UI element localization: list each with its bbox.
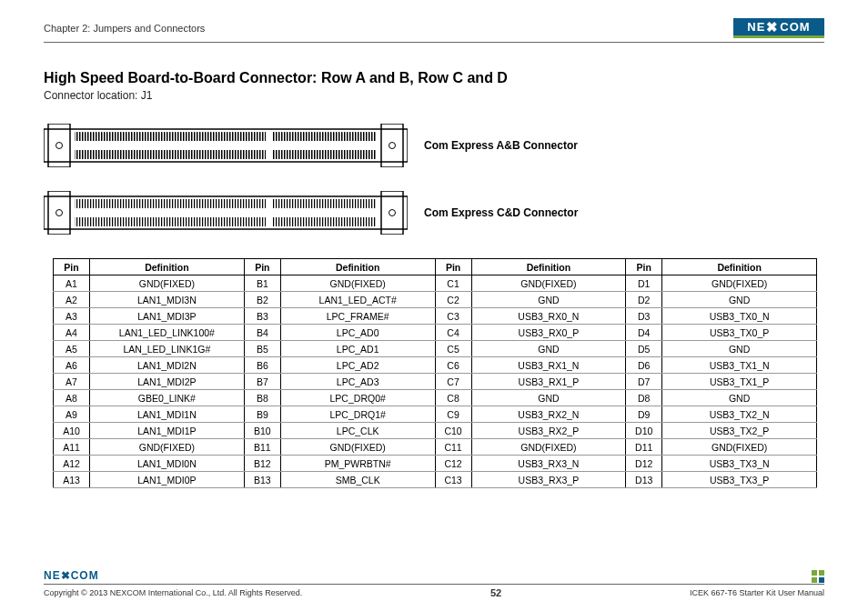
pin-cell: C7 <box>435 374 471 390</box>
col-pin-c: Pin <box>435 259 471 275</box>
pin-cell: B6 <box>244 357 280 374</box>
pin-cell: D12 <box>626 456 662 472</box>
col-pin-a: Pin <box>54 259 90 275</box>
definition-cell: GND(FIXED) <box>662 439 817 456</box>
pin-cell: D4 <box>626 325 662 341</box>
manual-title: ICEK 667-T6 Starter Kit User Manual <box>690 588 824 597</box>
table-header-row: Pin Definition Pin Definition Pin Defini… <box>54 259 817 275</box>
definition-cell: LAN1_MDI0P <box>89 472 244 488</box>
definition-cell: USB3_TX3_N <box>662 456 817 472</box>
pin-cell: C4 <box>435 325 471 341</box>
pin-cell: B2 <box>244 292 280 308</box>
pin-cell: D11 <box>626 439 662 456</box>
pin-cell: D7 <box>626 374 662 390</box>
table-row: A1GND(FIXED)B1GND(FIXED)C1GND(FIXED)D1GN… <box>54 275 817 292</box>
definition-cell: USB3_RX1_P <box>471 374 626 390</box>
connector-ab-label: Com Express A&B Connector <box>424 139 578 152</box>
definition-cell: LPC_FRAME# <box>280 308 435 325</box>
col-pin-b: Pin <box>244 259 280 275</box>
pin-cell: C8 <box>435 390 471 406</box>
definition-cell: USB3_RX2_P <box>471 423 626 439</box>
definition-cell: GND <box>471 341 626 357</box>
pin-cell: B10 <box>244 423 280 439</box>
pin-cell: D3 <box>626 308 662 325</box>
definition-cell: USB3_TX0_N <box>662 308 817 325</box>
definition-cell: LPC_AD1 <box>280 341 435 357</box>
definition-cell: LPC_CLK <box>280 423 435 439</box>
nexcom-logo-bottom: NE✖COM <box>44 568 116 583</box>
definition-cell: LPC_AD3 <box>280 374 435 390</box>
pin-cell: C3 <box>435 308 471 325</box>
pin-cell: A10 <box>54 423 90 439</box>
table-row: A12LAN1_MDI0NB12PM_PWRBTN#C12USB3_RX3_ND… <box>54 456 817 472</box>
pin-cell: B3 <box>244 308 280 325</box>
definition-cell: LAN_LED_LINK1G# <box>89 341 244 357</box>
definition-cell: LAN1_MDI0N <box>89 456 244 472</box>
pin-cell: B1 <box>244 275 280 292</box>
pin-cell: C2 <box>435 292 471 308</box>
page-number: 52 <box>490 587 501 598</box>
pin-cell: B4 <box>244 325 280 341</box>
connector-cd-diagram <box>44 191 408 235</box>
definition-cell: USB3_RX0_P <box>471 325 626 341</box>
pin-cell: A9 <box>54 406 90 423</box>
definition-cell: LPC_DRQ0# <box>280 390 435 406</box>
definition-cell: LPC_AD0 <box>280 325 435 341</box>
connector-cd-label: Com Express C&D Connector <box>424 206 578 219</box>
svg-rect-18 <box>75 199 377 208</box>
col-def-c: Definition <box>471 259 626 275</box>
definition-cell: GND(FIXED) <box>471 275 626 292</box>
definition-cell: USB3_TX1_P <box>662 374 817 390</box>
definition-cell: GND(FIXED) <box>471 439 626 456</box>
definition-cell: GND <box>662 341 817 357</box>
definition-cell: LPC_AD2 <box>280 357 435 374</box>
definition-cell: LAN1_MDI1P <box>89 423 244 439</box>
definition-cell: USB3_RX3_P <box>471 472 626 488</box>
pin-cell: A5 <box>54 341 90 357</box>
table-row: A13LAN1_MDI0PB13SMB_CLKC13USB3_RX3_PD13U… <box>54 472 817 488</box>
col-def-b: Definition <box>280 259 435 275</box>
pin-cell: D9 <box>626 406 662 423</box>
definition-cell: SMB_CLK <box>280 472 435 488</box>
pin-cell: D2 <box>626 292 662 308</box>
pin-cell: B13 <box>244 472 280 488</box>
definition-cell: LPC_DRQ1# <box>280 406 435 423</box>
definition-cell: GND(FIXED) <box>280 275 435 292</box>
definition-cell: USB3_TX2_N <box>662 406 817 423</box>
definition-cell: GND <box>471 292 626 308</box>
svg-rect-12 <box>266 131 273 160</box>
pin-cell: C1 <box>435 275 471 292</box>
svg-rect-9 <box>75 150 377 159</box>
svg-point-15 <box>56 210 63 216</box>
pin-cell: A13 <box>54 472 90 488</box>
definition-cell: LAN1_MDI3N <box>89 292 244 308</box>
pin-cell: C10 <box>435 423 471 439</box>
pin-cell: A6 <box>54 357 90 374</box>
col-def-a: Definition <box>89 259 244 275</box>
connector-cd-block: Com Express C&D Connector <box>44 191 824 235</box>
pin-cell: A3 <box>54 308 90 325</box>
definition-cell: USB3_RX2_N <box>471 406 626 423</box>
pin-cell: A12 <box>54 456 90 472</box>
definition-cell: USB3_TX0_P <box>662 325 817 341</box>
svg-rect-14 <box>48 191 70 235</box>
definition-cell: GND <box>662 292 817 308</box>
svg-rect-8 <box>75 132 377 141</box>
pin-cell: B8 <box>244 390 280 406</box>
definition-cell: GND(FIXED) <box>89 439 244 456</box>
pin-cell: D1 <box>626 275 662 292</box>
pin-cell: A8 <box>54 390 90 406</box>
pin-definition-table: Pin Definition Pin Definition Pin Defini… <box>53 258 817 488</box>
table-row: A2LAN1_MDI3NB2LAN1_LED_ACT#C2GNDD2GND <box>54 292 817 308</box>
connector-ab-block: Com Express A&B Connector <box>44 124 824 167</box>
pin-cell: C9 <box>435 406 471 423</box>
table-row: A10LAN1_MDI1PB10LPC_CLKC10USB3_RX2_PD10U… <box>54 423 817 439</box>
definition-cell: GND <box>471 390 626 406</box>
definition-cell: LAN1_LED_ACT# <box>280 292 435 308</box>
pin-cell: C5 <box>435 341 471 357</box>
pin-cell: A7 <box>54 374 90 390</box>
connector-location: Connector location: J1 <box>44 89 824 102</box>
pin-cell: A4 <box>54 325 90 341</box>
pin-cell: C12 <box>435 456 471 472</box>
table-row: A6LAN1_MDI2NB6LPC_AD2C6USB3_RX1_ND6USB3_… <box>54 357 817 374</box>
